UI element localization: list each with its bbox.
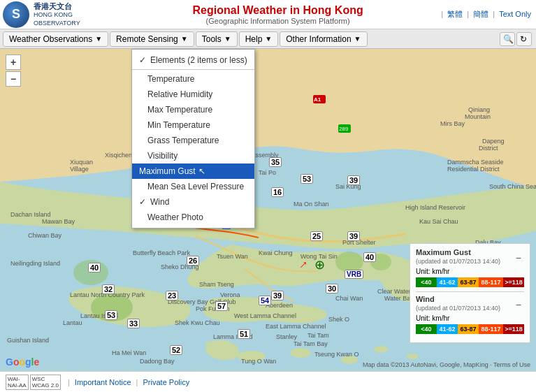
legend-max-gust-title: Maximum Gust [416, 248, 524, 256]
station-53a: 53 [105, 310, 117, 320]
page-subtitle: (Geographic Information System Platform) [115, 17, 441, 25]
title-area: Regional Weather in Hong Kong (Geographi… [115, 4, 441, 25]
legend-divider [416, 291, 524, 292]
menu-item-maximum-gust[interactable]: Maximum Gust ↖ [132, 164, 254, 179]
google-logo: Google [6, 356, 39, 368]
link-simplified[interactable]: 簡體 [473, 10, 488, 18]
weather-observations-button[interactable]: Weather Observations ▼ [3, 31, 108, 47]
svg-text:Ma On Shan: Ma On Shan [294, 201, 329, 208]
svg-text:Mawan Bay: Mawan Bay [42, 218, 75, 225]
svg-point-2 [290, 348, 311, 358]
legend-seg-lt40: <40 [416, 277, 437, 287]
footer-links: | Important Notice | Private Policy [68, 378, 192, 386]
svg-point-4 [374, 346, 388, 353]
important-notice-link[interactable]: Important Notice [75, 378, 131, 386]
station-33: 33 [127, 319, 140, 328]
legend-wind-bar: <40 41-62 63-87 88-117 >=118 [416, 324, 524, 334]
station-30: 30 [326, 284, 338, 293]
legend-wind-seg-4162: 41-62 [437, 324, 458, 334]
svg-text:Ha Mei Wan: Ha Mei Wan [112, 349, 146, 356]
search-icon: 🔍 [503, 34, 514, 44]
legend-wind-title: Wind [416, 295, 524, 303]
logo-zh: 香港天文台 [34, 1, 115, 11]
help-label: Help [245, 34, 263, 44]
legend-wind-seg-88117: 88-117 [479, 324, 503, 334]
station-39a: 39 [271, 291, 284, 300]
link-traditional[interactable]: 繁體 [447, 10, 463, 18]
header: S 香港天文台 HONG KONG OBSERVATORY Regional W… [0, 0, 536, 29]
svg-text:Kwai Chung: Kwai Chung [259, 249, 293, 256]
refresh-icon: ↻ [520, 34, 527, 44]
svg-text:Dadong Bay: Dadong Bay [140, 358, 175, 365]
station-26: 26 [187, 256, 199, 266]
private-policy-link[interactable]: Private Policy [143, 378, 190, 386]
svg-text:Stanley: Stanley [276, 333, 298, 340]
zoom-out-button[interactable]: − [6, 71, 21, 87]
link-text-only[interactable]: Text Only [499, 10, 531, 18]
svg-text:289: 289 [339, 126, 349, 132]
help-button[interactable]: Help ▼ [239, 31, 279, 47]
svg-text:Xiuquan: Xiuquan [70, 159, 93, 166]
legend-max-gust-bar: <40 41-62 63-87 88-117 >=118 [416, 277, 524, 287]
station-52: 52 [170, 345, 182, 355]
svg-text:Chai Wan: Chai Wan [335, 295, 363, 302]
svg-text:Tai Tam: Tai Tam [307, 332, 329, 339]
remote-sensing-button[interactable]: Remote Sensing ▼ [110, 31, 194, 47]
menu-item-elements[interactable]: Elements (2 items or less) [132, 52, 254, 68]
station-vrb: VRB [345, 270, 363, 279]
legend-wind-collapse-button[interactable]: − [516, 299, 521, 310]
station-53b: 53 [300, 174, 313, 184]
legend-collapse-button[interactable]: − [516, 252, 521, 263]
menu-item-temperature[interactable]: Temperature [132, 71, 254, 87]
menu-item-visibility[interactable]: Visibility [132, 148, 254, 164]
svg-text:Dachan Island: Dachan Island [10, 211, 51, 218]
logo-en: HONG KONG OBSERVATORY [34, 11, 115, 27]
station-39c: 39 [347, 175, 360, 185]
cursor-icon: ↖ [198, 166, 205, 176]
menu-item-mean-sea-level[interactable]: Mean Sea Level Pressure [132, 179, 254, 194]
search-button[interactable]: 🔍 [500, 32, 515, 46]
wind-arrow-icon2: ⊕ [314, 257, 325, 273]
svg-text:Tung O Wan: Tung O Wan [241, 358, 276, 365]
menu-item-max-temperature[interactable]: Max Temperature [132, 102, 254, 117]
menu-item-wind[interactable]: Wind [132, 194, 254, 210]
hko-logo-icon: S [3, 1, 29, 28]
footer: WAI- NAI-AA WSC WCAG 2.0 | Important Not… [0, 371, 536, 392]
other-info-button[interactable]: Other Information ▼ [280, 31, 367, 47]
svg-text:Verona: Verona [220, 291, 240, 298]
legend-panel: − Maximum Gust (updated at 01/07/2013 14… [410, 243, 530, 343]
zoom-in-button[interactable]: + [6, 55, 21, 70]
legend-wind-seg-6387: 63-87 [458, 324, 479, 334]
legend-max-gust-subtitle: (updated at 01/07/2013 14:40) [416, 258, 524, 265]
menu-item-weather-photo[interactable]: Weather Photo [132, 210, 254, 225]
svg-text:Guishan Island: Guishan Island [7, 337, 49, 344]
refresh-button[interactable]: ↻ [516, 32, 532, 46]
svg-text:Shek O: Shek O [328, 316, 349, 323]
dropdown-menu: Elements (2 items or less) Temperature R… [131, 49, 255, 228]
station-54: 54 [259, 296, 271, 305]
legend-wind: − Wind (updated at 01/07/2013 14:40) Uni… [416, 295, 524, 334]
svg-text:Tai Po: Tai Po [259, 169, 276, 176]
svg-text:East Lamma Channel: East Lamma Channel [266, 323, 326, 330]
svg-text:Butterfly Beach Park: Butterfly Beach Park [133, 249, 191, 256]
chevron-down-icon: ▼ [354, 35, 361, 43]
tools-button[interactable]: Tools ▼ [196, 31, 238, 47]
page-title: Regional Weather in Hong Kong [115, 4, 441, 17]
menu-divider [132, 69, 254, 70]
wcag-badge: WSC WCAG 2.0 [30, 375, 61, 390]
menu-item-grass-temperature[interactable]: Grass Temperature [132, 133, 254, 148]
chevron-down-icon: ▼ [265, 35, 272, 43]
menu-item-relative-humidity[interactable]: Relative Humidity [132, 87, 254, 102]
station-40a: 40 [88, 263, 101, 273]
svg-text:Tseung Kwan O: Tseung Kwan O [314, 351, 359, 358]
menu-item-min-temperature[interactable]: Min Temperature [132, 117, 254, 133]
top-links: | 繁體 | 簡體 | Text Only [441, 9, 533, 20]
svg-text:Dammscha Seaside: Dammscha Seaside [447, 159, 504, 166]
svg-text:Chiwan Bay: Chiwan Bay [28, 232, 62, 239]
station-35: 35 [269, 157, 282, 167]
legend-max-gust-unit: Unit: km/hr [416, 268, 524, 275]
station-57: 57 [215, 301, 228, 311]
map-container[interactable]: Mawan Bay Chiwan Bay Dachan Island Neili… [0, 49, 536, 371]
station-40b: 40 [363, 252, 376, 262]
map-controls: + − [6, 55, 21, 88]
